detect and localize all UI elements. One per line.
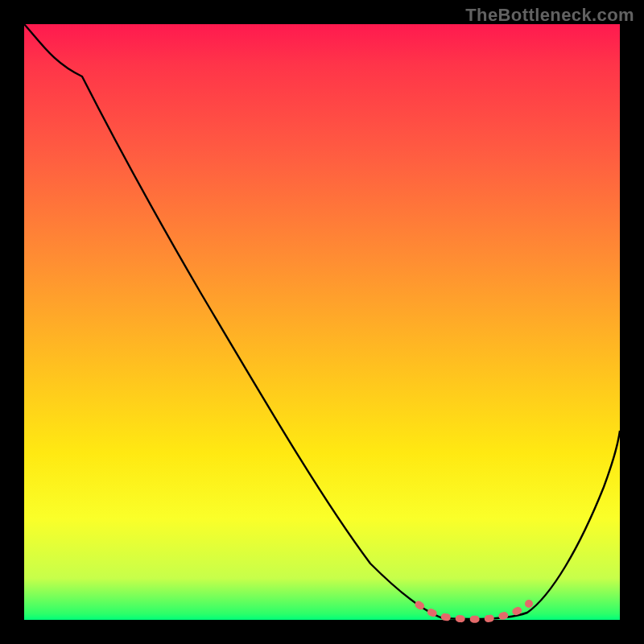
curve-layer: [24, 24, 620, 620]
optimal-range-end-dot: [525, 600, 533, 608]
bottleneck-curve: [24, 24, 620, 619]
chart-canvas: TheBottleneck.com: [0, 0, 644, 644]
watermark-text: TheBottleneck.com: [465, 5, 634, 26]
plot-area: [24, 24, 620, 620]
